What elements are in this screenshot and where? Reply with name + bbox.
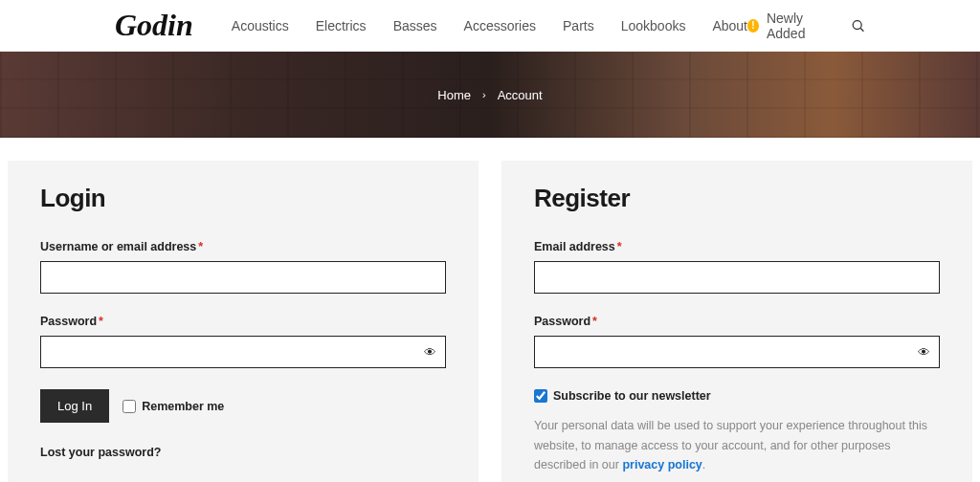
brand-logo[interactable]: Godin [115, 8, 193, 43]
required-indicator: * [198, 240, 203, 253]
register-card: Register Email address* Password* 👁 Subs… [501, 161, 972, 482]
remember-me-label: Remember me [142, 400, 224, 413]
privacy-policy-link[interactable]: privacy policy [622, 458, 702, 471]
content: Login Username or email address* Passwor… [0, 138, 980, 482]
nav-about[interactable]: About [712, 18, 747, 33]
register-password-input[interactable] [534, 336, 940, 368]
login-username-field: Username or email address* [40, 240, 446, 294]
login-username-input[interactable] [40, 261, 446, 294]
nav-electrics[interactable]: Electrics [316, 18, 367, 33]
nav-basses[interactable]: Basses [393, 18, 437, 33]
info-icon: ! [747, 19, 759, 33]
site-header: Godin Acoustics Electrics Basses Accesso… [0, 0, 980, 52]
login-title: Login [40, 184, 446, 213]
register-email-label: Email address* [534, 240, 940, 253]
login-username-label: Username or email address* [40, 240, 446, 253]
breadcrumb-current: Account [498, 88, 543, 102]
nav-acoustics[interactable]: Acoustics [232, 18, 289, 33]
eye-icon[interactable]: 👁 [424, 345, 436, 360]
breadcrumb-home[interactable]: Home [437, 88, 471, 102]
login-password-input[interactable] [40, 336, 446, 368]
svg-point-0 [853, 20, 861, 29]
remember-me-checkbox[interactable] [122, 400, 136, 413]
search-icon[interactable] [851, 17, 865, 34]
register-email-input[interactable] [534, 261, 940, 294]
subscribe-checkbox[interactable] [534, 389, 547, 403]
nav-parts[interactable]: Parts [563, 18, 594, 33]
register-email-field: Email address* [534, 240, 940, 294]
login-card: Login Username or email address* Passwor… [8, 161, 479, 482]
chevron-right-icon: › [482, 89, 486, 100]
privacy-text: Your personal data will be used to suppo… [534, 416, 940, 475]
page-banner: Home › Account [0, 52, 980, 138]
svg-line-1 [860, 28, 863, 31]
main-nav: Acoustics Electrics Basses Accessories P… [232, 18, 747, 33]
nav-right: ! Newly Added [747, 11, 865, 41]
nav-lookbooks[interactable]: Lookbooks [621, 18, 686, 33]
register-password-label: Password* [534, 315, 940, 328]
required-indicator: * [617, 240, 622, 253]
subscribe-label: Subscribe to our newsletter [553, 389, 711, 403]
required-indicator: * [99, 315, 103, 328]
login-button[interactable]: Log In [40, 389, 109, 423]
eye-icon[interactable]: 👁 [918, 345, 930, 360]
login-password-label: Password* [40, 315, 446, 328]
lost-password-link[interactable]: Lost your password? [40, 446, 446, 459]
breadcrumb: Home › Account [437, 88, 542, 102]
nav-accessories[interactable]: Accessories [464, 18, 536, 33]
register-password-field: Password* 👁 [534, 315, 940, 368]
register-title: Register [534, 184, 940, 213]
nav-newly-added[interactable]: Newly Added [767, 11, 834, 41]
required-indicator: * [592, 315, 597, 328]
login-password-field: Password* 👁 [40, 315, 446, 368]
